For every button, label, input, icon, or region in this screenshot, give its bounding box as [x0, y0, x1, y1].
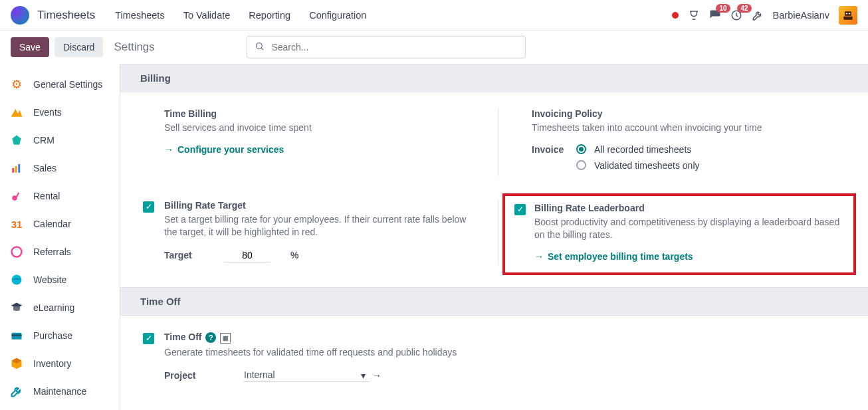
help-icon[interactable]: ?	[205, 332, 216, 343]
nav-to-validate[interactable]: To Validate	[177, 6, 237, 25]
svg-rect-13	[12, 333, 22, 340]
setting-desc: Generate timesheets for validated time o…	[164, 346, 481, 359]
target-input[interactable]	[224, 249, 271, 262]
chevron-down-icon[interactable]: ▾	[361, 370, 366, 381]
checkbox-billing-rate-leaderboard[interactable]: ✓	[514, 204, 526, 215]
inventory-icon	[9, 356, 24, 371]
setting-title: Billing Rate Leaderboard	[534, 203, 845, 213]
section-header-billing: Billing	[120, 64, 868, 92]
sidebar-item-inventory[interactable]: Inventory	[0, 350, 120, 377]
tools-icon[interactable]	[752, 9, 764, 21]
setting-billing-rate-target: ✓ Billing Rate Target Set a target billi…	[140, 200, 481, 264]
sidebar-item-website[interactable]: Website	[0, 266, 120, 294]
checkbox-time-off[interactable]: ✓	[143, 333, 154, 344]
sidebar-item-general-settings[interactable]: ⚙ General Settings	[0, 70, 120, 98]
svg-rect-1	[845, 11, 851, 16]
sidebar-item-label: Website	[33, 274, 66, 285]
search-icon	[255, 41, 265, 53]
sales-icon	[9, 161, 24, 175]
events-icon	[9, 105, 24, 120]
sidebar-item-maintenance[interactable]: Maintenance	[0, 377, 120, 405]
svg-rect-8	[18, 164, 20, 173]
systray: 10 42 BarbieAsianv	[672, 6, 857, 25]
activities-badge: 42	[737, 4, 751, 13]
messages-badge: 10	[716, 4, 730, 13]
svg-rect-2	[846, 13, 848, 14]
referrals-icon	[9, 245, 24, 259]
discard-button[interactable]: Discard	[54, 37, 103, 57]
setting-title: Invoicing Policy	[532, 108, 848, 119]
setting-desc: Timesheets taken into account when invoi…	[532, 122, 848, 135]
actionbar: Save Discard Settings	[0, 31, 868, 64]
calendar-icon: 31	[9, 217, 24, 231]
arrow-right-icon: →	[164, 144, 173, 155]
external-link-icon[interactable]: →	[372, 370, 381, 381]
svg-point-11	[12, 247, 22, 257]
activities-icon[interactable]: 42	[730, 9, 742, 21]
radio-all-recorded[interactable]	[576, 144, 586, 154]
app-logo[interactable]	[11, 6, 29, 25]
topbar: Timesheets Timesheets To Validate Report…	[0, 0, 868, 31]
sidebar-item-elearning[interactable]: eLearning	[0, 294, 120, 322]
setting-invoicing-policy: Invoicing Policy Timesheets taken into a…	[498, 108, 848, 176]
nav-reporting[interactable]: Reporting	[242, 6, 297, 25]
svg-rect-14	[12, 334, 22, 336]
radio-label[interactable]: Validated timesheets only	[594, 160, 700, 171]
building-icon[interactable]: ▦	[220, 333, 231, 344]
sidebar-item-label: Purchase	[33, 330, 72, 341]
sidebar-item-label: Sales	[33, 163, 56, 173]
radio-validated-only[interactable]	[576, 160, 586, 170]
phone-icon[interactable]	[688, 9, 700, 21]
project-select[interactable]	[244, 368, 370, 382]
sidebar-item-label: General Settings	[33, 79, 102, 90]
setting-title: Time Off ? ▦	[164, 332, 481, 344]
svg-point-5	[257, 43, 263, 49]
setting-desc: Sell services and invoice time spent	[164, 122, 481, 135]
sidebar-item-sales[interactable]: Sales	[0, 154, 120, 182]
sidebar-item-label: Events	[33, 107, 62, 118]
invoice-label: Invoice	[532, 144, 568, 155]
status-dot-icon[interactable]	[672, 12, 679, 19]
sidebar-item-events[interactable]: Events	[0, 98, 120, 126]
gear-icon: ⚙	[9, 77, 24, 92]
messages-icon[interactable]: 10	[709, 9, 721, 21]
svg-rect-7	[15, 166, 17, 173]
rental-icon	[9, 189, 24, 203]
target-label: Target	[164, 250, 204, 260]
sidebar-item-label: Rental	[33, 191, 60, 201]
content: Billing Time Billing Sell services and i…	[120, 64, 868, 410]
svg-rect-3	[849, 13, 851, 14]
sidebar-item-calendar[interactable]: 31 Calendar	[0, 210, 120, 238]
radio-label[interactable]: All recorded timesheets	[594, 144, 691, 155]
avatar[interactable]	[839, 6, 857, 25]
sidebar-item-purchase[interactable]: Purchase	[0, 322, 120, 350]
setting-desc: Boost productivity and competitiveness b…	[534, 216, 845, 242]
project-label: Project	[164, 370, 224, 381]
setting-desc: Set a target billing rate for your emplo…	[164, 213, 481, 239]
user-name[interactable]: BarbieAsianv	[773, 10, 829, 21]
nav-configuration[interactable]: Configuration	[302, 6, 373, 25]
sidebar-item-label: Inventory	[33, 358, 72, 369]
nav-timesheets[interactable]: Timesheets	[108, 6, 171, 25]
app-title[interactable]: Timesheets	[37, 9, 95, 22]
search-input[interactable]	[247, 36, 526, 58]
sidebar-item-manufacturing[interactable]: Manufacturing	[0, 405, 120, 410]
checkbox-billing-rate-target[interactable]: ✓	[143, 201, 154, 213]
sidebar-item-referrals[interactable]: Referrals	[0, 238, 120, 266]
highlight-box: ✓ Billing Rate Leaderboard Boost product…	[502, 193, 856, 275]
configure-services-link[interactable]: → Configure your services	[164, 144, 284, 155]
sidebar-item-crm[interactable]: CRM	[0, 126, 120, 154]
setting-billing-rate-leaderboard: ✓ Billing Rate Leaderboard Boost product…	[498, 200, 848, 264]
maintenance-icon	[9, 384, 24, 399]
breadcrumb: Settings	[114, 41, 154, 54]
save-button[interactable]: Save	[11, 37, 49, 57]
website-icon	[9, 272, 24, 287]
purchase-icon	[9, 328, 24, 343]
section-header-timeoff: Time Off	[120, 287, 868, 316]
setting-time-billing: Time Billing Sell services and invoice t…	[140, 108, 481, 176]
set-employee-targets-link[interactable]: → Set employee billing time targets	[534, 251, 693, 262]
sidebar-item-rental[interactable]: Rental	[0, 182, 120, 210]
sidebar: ⚙ General Settings Events CRM Sales Rent…	[0, 64, 120, 410]
sidebar-item-label: Calendar	[33, 219, 71, 229]
elearning-icon	[9, 300, 24, 315]
